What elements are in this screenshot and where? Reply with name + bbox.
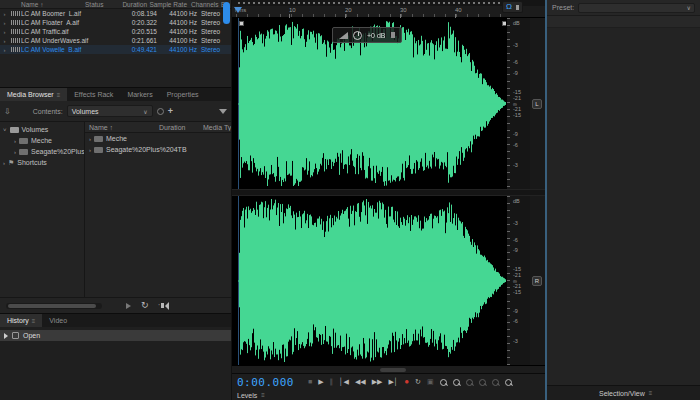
file-row[interactable]: › LC AM Boomer_L.aif 0:08.194 44100 Hz S… bbox=[0, 9, 231, 18]
playhead-marker[interactable] bbox=[234, 7, 242, 13]
skip-to-start-button[interactable]: │◀ bbox=[339, 377, 349, 387]
skip-to-end-button[interactable]: ▶│ bbox=[388, 377, 398, 387]
waveform-canvas-right[interactable] bbox=[238, 196, 508, 365]
preview-play-icon[interactable] bbox=[126, 303, 131, 309]
media-list-row[interactable]: › Seagate%20Plus%204TB bbox=[85, 144, 231, 155]
play-button[interactable]: ▶ bbox=[318, 377, 323, 387]
tab-levels[interactable]: Levels bbox=[237, 392, 257, 399]
volume-knob[interactable] bbox=[353, 31, 362, 40]
panel-menu-icon[interactable]: ≡ bbox=[261, 392, 265, 398]
panel-menu-icon[interactable]: ≡ bbox=[649, 390, 653, 396]
collapsed-chevron-icon[interactable]: › bbox=[3, 160, 5, 166]
expand-chevron-icon[interactable]: › bbox=[0, 38, 9, 44]
panel-menu-icon[interactable]: ≡ bbox=[32, 318, 36, 324]
timeline-ruler[interactable]: hms Ω 10203040 bbox=[232, 6, 545, 18]
preset-dropdown[interactable]: ∨ bbox=[578, 3, 695, 13]
file-row[interactable]: › LC AM Traffic.aif 0:20.515 44100 Hz St… bbox=[0, 27, 231, 36]
expand-chevron-icon[interactable]: › bbox=[0, 20, 9, 26]
panel-menu-icon[interactable]: ≡ bbox=[57, 92, 61, 98]
col-duration[interactable]: Duration bbox=[159, 124, 203, 131]
pause-button[interactable]: ∥ bbox=[330, 377, 334, 387]
volume-hud[interactable]: +0 dB bbox=[332, 27, 402, 43]
tree-item-seagate[interactable]: › Seagate%20Plus%204TB bbox=[0, 146, 84, 157]
tab-effects-rack[interactable]: Effects Rack bbox=[67, 88, 120, 101]
waveform-canvas-left[interactable] bbox=[238, 18, 508, 189]
add-favorite-icon[interactable]: ⇩ bbox=[4, 107, 11, 116]
file-name[interactable]: LC AM Traffic.aif bbox=[21, 28, 95, 35]
history-entry-open[interactable]: Open bbox=[0, 330, 231, 341]
tab-properties[interactable]: Properties bbox=[160, 88, 206, 101]
zoom-in-right-edge-button[interactable] bbox=[479, 379, 486, 386]
media-browser-hscrollbar[interactable] bbox=[6, 303, 102, 309]
expand-chevron-icon[interactable]: › bbox=[0, 29, 9, 35]
tree-item-volumes[interactable]: ˅ Volumes bbox=[0, 124, 84, 135]
col-name[interactable]: Name ↑ bbox=[21, 1, 85, 8]
channel-divider[interactable] bbox=[232, 189, 545, 196]
tree-item-shortcuts[interactable]: › ⚑ Shortcuts bbox=[0, 157, 84, 168]
channel-badge-L[interactable]: L bbox=[532, 99, 542, 109]
channel-left[interactable]: +0 dB dB-3-6-9-15-21∞-21-15-9-6-3 L bbox=[232, 18, 545, 189]
new-folder-icon[interactable]: + bbox=[168, 106, 173, 116]
file-name[interactable]: LC AM Vowelle_B.aif bbox=[21, 46, 95, 53]
collapsed-chevron-icon[interactable]: › bbox=[89, 136, 91, 142]
scrollbar-thumb[interactable] bbox=[223, 2, 230, 24]
fade-in-handle[interactable] bbox=[239, 21, 244, 26]
tab-media-browser[interactable]: Media Browser ≡ bbox=[0, 88, 67, 101]
loop-playback-button[interactable]: ↻ bbox=[415, 377, 421, 387]
tab-history[interactable]: History ≡ bbox=[0, 314, 42, 327]
skip-selection-button[interactable]: ▣ bbox=[427, 377, 434, 387]
col-sample-rate[interactable]: Sample Rate bbox=[149, 1, 191, 8]
contents-dropdown[interactable]: Volumes ∨ bbox=[67, 105, 153, 117]
scrollbar-thumb[interactable] bbox=[380, 368, 406, 372]
collapsed-chevron-icon[interactable]: › bbox=[89, 147, 91, 153]
timecode-display[interactable]: 0:00.000 bbox=[237, 376, 294, 389]
file-name[interactable]: LC AM Floater_A.aif bbox=[21, 19, 95, 26]
file-row-selected[interactable]: › LC AM Vowelle_B.aif 0:49.421 44100 Hz … bbox=[0, 45, 231, 54]
col-media-type[interactable]: Media Ty bbox=[203, 124, 231, 131]
hud-pin-icon[interactable] bbox=[391, 32, 395, 38]
channel-badge-R[interactable]: R bbox=[532, 276, 542, 286]
file-name[interactable]: LC AM UnderWaves.aif bbox=[21, 37, 95, 44]
tree-item-meche[interactable]: › Meche bbox=[0, 135, 84, 146]
preview-toggle-icon[interactable] bbox=[157, 108, 164, 115]
tab-video[interactable]: Video bbox=[42, 314, 74, 327]
fast-forward-button[interactable]: ▶▶ bbox=[372, 377, 383, 387]
col-status[interactable]: Status bbox=[85, 1, 111, 8]
file-row[interactable]: › LC AM Floater_A.aif 0:20.322 44100 Hz … bbox=[0, 18, 231, 27]
loop-preview-icon[interactable]: ↻ bbox=[141, 301, 149, 310]
expanded-chevron-icon[interactable]: ˅ bbox=[3, 127, 7, 133]
zoom-in-button[interactable] bbox=[440, 379, 447, 386]
col-duration[interactable]: Duration bbox=[111, 1, 149, 8]
expand-chevron-icon[interactable]: › bbox=[0, 47, 9, 53]
collapsed-chevron-icon[interactable]: › bbox=[14, 138, 16, 144]
snap-magnet-icon[interactable]: Ω bbox=[506, 3, 512, 11]
tab-markers[interactable]: Markers bbox=[120, 88, 159, 101]
stop-button[interactable]: ■ bbox=[308, 377, 312, 387]
db-ruler-left[interactable]: dB-3-6-9-15-21∞-21-15-9-6-3 bbox=[506, 18, 530, 189]
zoom-to-selection-button[interactable] bbox=[492, 379, 499, 386]
record-button[interactable]: ● bbox=[404, 377, 409, 387]
channel-right[interactable]: dB-3-6-9-15-21∞-21-15-9-6-3 R bbox=[232, 196, 545, 365]
db-ruler-right[interactable]: dB-3-6-9-15-21∞-21-15-9-6-3 bbox=[506, 196, 530, 365]
pin-icon[interactable] bbox=[516, 5, 519, 10]
col-channels[interactable]: Channels bbox=[191, 1, 221, 8]
zoom-out-button[interactable] bbox=[453, 379, 460, 386]
zoom-in-left-edge-button[interactable] bbox=[466, 379, 473, 386]
col-name[interactable]: Name ↑ bbox=[85, 124, 159, 131]
file-name[interactable]: LC AM Boomer_L.aif bbox=[21, 10, 95, 17]
scrollbar-thumb[interactable] bbox=[8, 304, 96, 308]
editor-hscrollbar[interactable] bbox=[232, 365, 545, 373]
speaker-icon[interactable]: ' bbox=[159, 302, 169, 310]
waveform-display[interactable]: +0 dB dB-3-6-9-15-21∞-21-15-9-6-3 L dB-3… bbox=[232, 18, 545, 365]
zoom-full-button[interactable] bbox=[505, 379, 512, 386]
media-list-header[interactable]: Name ↑ Duration Media Ty bbox=[85, 122, 231, 133]
collapsed-chevron-icon[interactable]: › bbox=[14, 149, 16, 155]
media-list-row[interactable]: › Meche bbox=[85, 133, 231, 144]
tab-selection-view[interactable]: Selection/View bbox=[599, 390, 645, 397]
expand-chevron-icon[interactable]: › bbox=[0, 11, 9, 17]
file-row[interactable]: › LC AM UnderWaves.aif 0:21.661 44100 Hz… bbox=[0, 36, 231, 45]
files-vertical-scrollbar[interactable] bbox=[223, 1, 230, 87]
volume-db-value[interactable]: +0 dB bbox=[367, 32, 386, 39]
filter-icon[interactable] bbox=[219, 109, 227, 114]
files-header-row[interactable]: Name ↑ Status Duration Sample Rate Chann… bbox=[0, 0, 231, 9]
